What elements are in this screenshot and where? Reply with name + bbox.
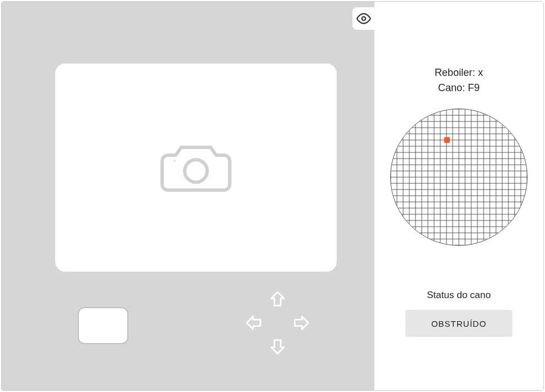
- reboiler-line: Reboiler: x: [435, 67, 483, 79]
- radar-marker: [444, 137, 450, 143]
- direction-pad: [244, 289, 311, 357]
- arrow-right-icon: [292, 313, 311, 332]
- reboiler-label: Reboiler:: [435, 67, 478, 78]
- cano-line: Cano: F9: [435, 82, 483, 94]
- eye-icon: [356, 11, 371, 26]
- svg-point-0: [362, 17, 366, 21]
- radar-grid-view[interactable]: [390, 109, 528, 246]
- camera-panel: [2, 2, 374, 390]
- status-section: Status do cano OBSTRUÍDO: [386, 290, 532, 337]
- svg-point-2: [174, 160, 176, 162]
- cano-value: F9: [468, 82, 480, 93]
- info-panel: Reboiler: x Cano: F9 Status do cano OBST…: [374, 2, 543, 390]
- reboiler-value: x: [478, 67, 483, 78]
- info-lines: Reboiler: x Cano: F9: [435, 64, 483, 97]
- svg-point-1: [185, 160, 207, 182]
- arrow-up-button[interactable]: [267, 289, 288, 309]
- status-button[interactable]: OBSTRUÍDO: [405, 310, 512, 337]
- app-container: Reboiler: x Cano: F9 Status do cano OBST…: [1, 1, 544, 391]
- arrow-right-button[interactable]: [291, 313, 311, 333]
- cano-label: Cano:: [438, 82, 468, 93]
- thumbnail-view[interactable]: [78, 307, 128, 344]
- arrow-down-button[interactable]: [267, 336, 288, 357]
- arrow-left-icon: [244, 313, 263, 332]
- arrow-up-icon: [268, 290, 287, 309]
- grid-icon: [391, 109, 527, 245]
- camera-icon: [157, 139, 235, 196]
- camera-placeholder: [55, 64, 337, 272]
- arrow-down-icon: [268, 337, 287, 356]
- arrow-left-button[interactable]: [244, 313, 264, 333]
- visibility-toggle-button[interactable]: [352, 7, 375, 30]
- status-label: Status do cano: [386, 290, 532, 301]
